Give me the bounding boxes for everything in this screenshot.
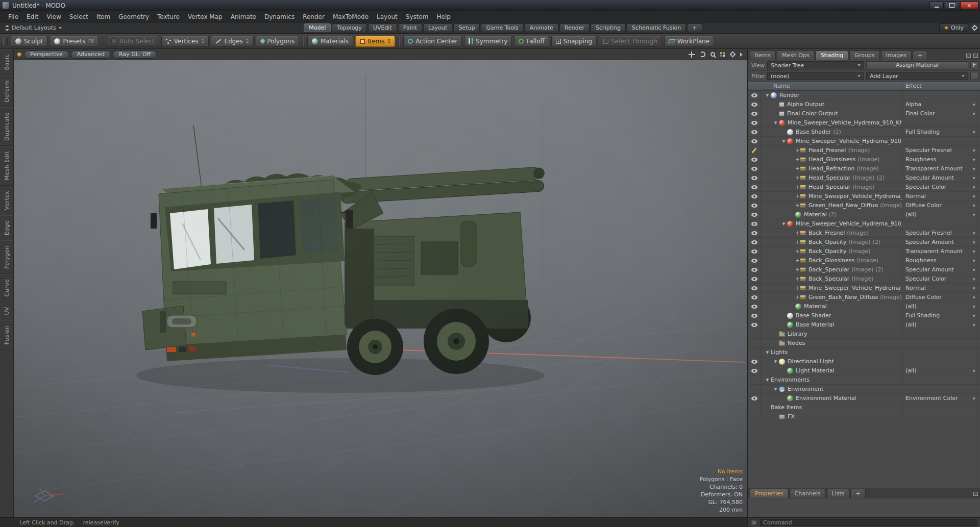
tree-row[interactable]: +Head_Specular(Image)(2)Specular Amount▾	[748, 173, 980, 183]
auto-select-button[interactable]: Auto Select	[107, 36, 159, 47]
effect-dropdown-icon[interactable]: ▾	[968, 396, 979, 401]
visibility-eye-icon[interactable]	[748, 357, 761, 366]
only-button[interactable]: ★ Only	[939, 23, 968, 32]
layout-tab-item[interactable]: +	[687, 23, 702, 32]
tree-row[interactable]: +Back_Specular(Image)(2)Specular Amount▾	[748, 265, 980, 274]
menu-system[interactable]: System	[402, 12, 433, 22]
effect-dropdown-icon[interactable]: ▾	[968, 166, 979, 171]
expand-arrow-icon[interactable]: ▼	[764, 350, 771, 355]
effect-cell[interactable]: (all)	[902, 210, 968, 219]
tree-row[interactable]: Environment MaterialEnvironment Color▾	[748, 394, 980, 403]
panel-menu-icon[interactable]	[973, 54, 978, 58]
tool-tab-edge[interactable]: Edge	[0, 215, 13, 240]
tool-tab-basic[interactable]: Basic	[0, 49, 13, 75]
effect-dropdown-icon[interactable]: ▾	[968, 102, 979, 107]
tree-row[interactable]: +Head_Specular(Image)Specular Color▾	[748, 183, 980, 192]
viewport-flyout-arrow-icon[interactable]	[740, 53, 743, 57]
expand-arrow-icon[interactable]: ▼	[780, 139, 787, 143]
tool-tab-deform[interactable]: Deform	[0, 75, 13, 107]
effect-cell[interactable]: Diffuse Color	[902, 201, 968, 210]
tab-lists[interactable]: Lists	[827, 489, 850, 498]
tree-row[interactable]: Base ShaderFull Shading▾	[748, 311, 980, 320]
filter-dropdown[interactable]: (none)	[767, 72, 864, 80]
tool-tab-vertex[interactable]: Vertex	[0, 186, 13, 215]
effect-cell[interactable]: Specular Amount	[902, 173, 968, 182]
expand-arrow-icon[interactable]: ▼	[772, 360, 779, 364]
layout-tab-animate[interactable]: Animate	[525, 23, 558, 32]
effect-dropdown-icon[interactable]: ▾	[968, 249, 979, 254]
visibility-eye-icon[interactable]	[748, 238, 761, 246]
tree-row[interactable]: Library	[748, 330, 980, 339]
effect-cell[interactable]: Environment Color	[902, 394, 968, 403]
effect-cell[interactable]: Normal	[902, 284, 968, 292]
tree-row[interactable]: Material(2)(all)▾	[748, 210, 980, 219]
effect-dropdown-icon[interactable]: ▾	[968, 322, 979, 328]
visibility-eye-icon[interactable]	[748, 192, 761, 200]
visibility-eye-icon[interactable]	[748, 284, 761, 292]
menu-help[interactable]: Help	[433, 12, 455, 22]
effect-cell[interactable]: Roughness	[902, 155, 968, 164]
tree-row[interactable]: ▼Environment	[748, 385, 980, 394]
viewport-tab-perspective[interactable]: Perspective	[24, 51, 69, 59]
menu-layout[interactable]: Layout	[373, 12, 402, 22]
command-prompt-button[interactable]: >	[750, 519, 758, 526]
effect-dropdown-icon[interactable]: ▾	[968, 175, 979, 181]
panel-split-icon[interactable]	[966, 54, 971, 58]
menu-animate[interactable]: Animate	[227, 12, 260, 22]
command-input[interactable]: Command	[760, 519, 977, 526]
effect-cell[interactable]: Specular Amount	[902, 238, 968, 246]
effect-dropdown-icon[interactable]: ▾	[968, 304, 979, 309]
tree-row[interactable]: +Green_Head_New_Diffuse(Image)Diffuse Co…	[748, 201, 980, 210]
tree-row[interactable]: Nodes	[748, 339, 980, 348]
effect-dropdown-icon[interactable]: ▾	[968, 286, 979, 291]
visibility-eye-icon[interactable]	[748, 302, 761, 311]
layout-tab-paint[interactable]: Paint	[398, 23, 422, 32]
effect-dropdown-icon[interactable]: ▾	[968, 240, 979, 245]
tab-items[interactable]: Items	[750, 51, 776, 60]
menu-render[interactable]: Render	[299, 12, 329, 22]
orbit-icon[interactable]	[700, 52, 705, 57]
effect-cell[interactable]: Transparent Amount	[902, 247, 968, 256]
effect-cell[interactable]: (all)	[902, 302, 968, 311]
tree-row[interactable]: ▼Directional Light	[748, 357, 980, 366]
tree-row[interactable]: +Head_Refraction(Image)Transparent Amoun…	[748, 164, 980, 173]
tab-mesh-ops[interactable]: Mesh Ops	[777, 51, 815, 60]
visibility-eye-icon[interactable]	[748, 128, 761, 136]
sculpt-button[interactable]: Sculpt	[11, 36, 47, 47]
tab-channels[interactable]: Channels	[790, 489, 826, 498]
effect-cell[interactable]: Specular Fresnel	[902, 146, 968, 155]
symmetry-button[interactable]: Symmetry	[464, 36, 512, 47]
tree-row[interactable]: +Green_Back_New_Diffuse(Image)Diffuse Co…	[748, 293, 980, 302]
tree-row[interactable]: +Mine_Sweeper_Vehicle_Hydrema_91...Norma…	[748, 284, 980, 293]
effect-cell[interactable]: Diffuse Color	[902, 293, 968, 302]
polygons-button[interactable]: Polygons	[256, 36, 299, 47]
snapping-button[interactable]: Snapping	[551, 36, 597, 47]
tree-row[interactable]: Base Material(all)▾	[748, 320, 980, 330]
presets-button[interactable]: PresetsF6	[50, 36, 99, 47]
tree-row[interactable]: +Back_Glossiness(Image)Roughness▾	[748, 256, 980, 265]
effect-cell[interactable]: Full Shading	[902, 311, 968, 320]
tree-row[interactable]: Light Material(all)▾	[748, 366, 980, 375]
menu-item[interactable]: Item	[92, 12, 114, 22]
visibility-eye-icon[interactable]	[748, 91, 761, 99]
visibility-eye-icon[interactable]	[748, 155, 761, 164]
tab-item[interactable]: +	[850, 489, 865, 498]
visibility-eye-icon[interactable]	[748, 164, 761, 173]
panel-options-icon[interactable]	[973, 492, 978, 496]
expand-arrow-icon[interactable]: ▼	[764, 378, 771, 382]
expand-arrow-icon[interactable]: ▼	[772, 121, 779, 125]
tab-properties[interactable]: Properties	[750, 489, 789, 498]
effect-cell[interactable]: Specular Color	[902, 274, 968, 283]
tree-row[interactable]: +Back_Fresnel(Image)Specular Fresnel▾	[748, 229, 980, 238]
effect-cell[interactable]: Specular Color	[902, 183, 968, 191]
visibility-eye-icon[interactable]	[748, 293, 761, 302]
vertices-button[interactable]: Vertices1	[161, 36, 209, 47]
tree-row[interactable]: +Head_Glossiness(Image)Roughness▾	[748, 155, 980, 164]
maximize-button[interactable]	[945, 2, 959, 9]
effect-cell[interactable]: Roughness	[902, 256, 968, 265]
visibility-eye-icon[interactable]	[748, 274, 761, 283]
visibility-eye-icon[interactable]	[748, 229, 761, 237]
effect-cell[interactable]: Full Shading	[902, 128, 968, 136]
effect-dropdown-icon[interactable]: ▾	[968, 277, 979, 282]
visibility-eye-icon[interactable]	[748, 219, 761, 228]
